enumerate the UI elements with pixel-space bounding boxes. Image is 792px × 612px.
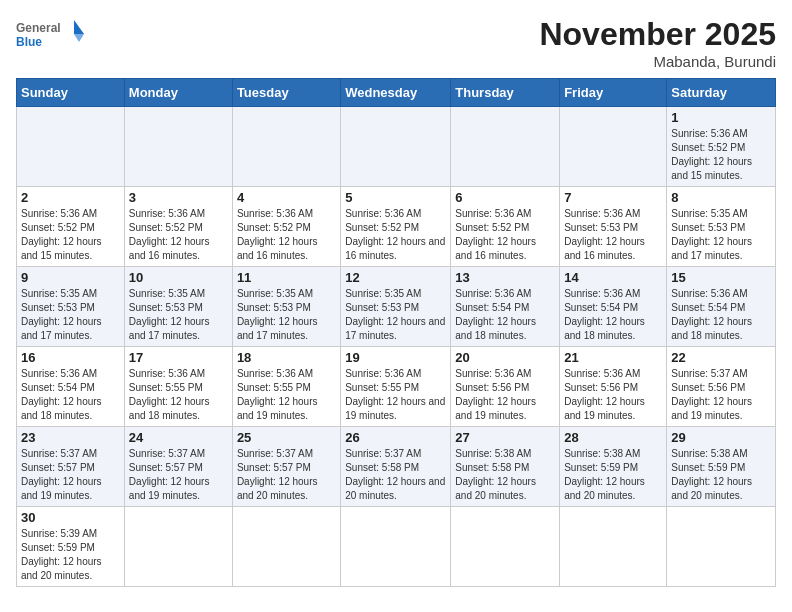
calendar-cell [124,107,232,187]
day-info: Sunrise: 5:36 AMSunset: 5:52 PMDaylight:… [455,207,555,263]
day-info: Sunrise: 5:36 AMSunset: 5:52 PMDaylight:… [671,127,771,183]
day-number: 19 [345,350,446,365]
day-number: 24 [129,430,228,445]
calendar-cell [451,507,560,587]
weekday-header-friday: Friday [560,79,667,107]
day-info: Sunrise: 5:37 AMSunset: 5:56 PMDaylight:… [671,367,771,423]
calendar-week-2: 2Sunrise: 5:36 AMSunset: 5:52 PMDaylight… [17,187,776,267]
day-number: 26 [345,430,446,445]
day-info: Sunrise: 5:36 AMSunset: 5:55 PMDaylight:… [345,367,446,423]
weekday-header-tuesday: Tuesday [232,79,340,107]
logo: General Blue [16,16,86,56]
calendar-week-4: 16Sunrise: 5:36 AMSunset: 5:54 PMDayligh… [17,347,776,427]
day-info: Sunrise: 5:36 AMSunset: 5:54 PMDaylight:… [564,287,662,343]
day-number: 8 [671,190,771,205]
calendar-cell: 29Sunrise: 5:38 AMSunset: 5:59 PMDayligh… [667,427,776,507]
calendar-cell [560,107,667,187]
calendar-week-1: 1Sunrise: 5:36 AMSunset: 5:52 PMDaylight… [17,107,776,187]
calendar-cell [124,507,232,587]
calendar-cell: 6Sunrise: 5:36 AMSunset: 5:52 PMDaylight… [451,187,560,267]
day-info: Sunrise: 5:35 AMSunset: 5:53 PMDaylight:… [237,287,336,343]
calendar-cell [232,507,340,587]
weekday-header-sunday: Sunday [17,79,125,107]
calendar-cell [341,507,451,587]
day-info: Sunrise: 5:39 AMSunset: 5:59 PMDaylight:… [21,527,120,583]
day-number: 3 [129,190,228,205]
day-info: Sunrise: 5:38 AMSunset: 5:58 PMDaylight:… [455,447,555,503]
day-info: Sunrise: 5:36 AMSunset: 5:54 PMDaylight:… [21,367,120,423]
calendar-cell: 27Sunrise: 5:38 AMSunset: 5:58 PMDayligh… [451,427,560,507]
day-number: 14 [564,270,662,285]
calendar-cell: 22Sunrise: 5:37 AMSunset: 5:56 PMDayligh… [667,347,776,427]
day-info: Sunrise: 5:36 AMSunset: 5:56 PMDaylight:… [564,367,662,423]
calendar-cell: 12Sunrise: 5:35 AMSunset: 5:53 PMDayligh… [341,267,451,347]
day-number: 13 [455,270,555,285]
day-number: 11 [237,270,336,285]
calendar-cell: 30Sunrise: 5:39 AMSunset: 5:59 PMDayligh… [17,507,125,587]
day-number: 9 [21,270,120,285]
calendar-cell [560,507,667,587]
day-info: Sunrise: 5:35 AMSunset: 5:53 PMDaylight:… [345,287,446,343]
day-number: 5 [345,190,446,205]
calendar-cell: 26Sunrise: 5:37 AMSunset: 5:58 PMDayligh… [341,427,451,507]
day-info: Sunrise: 5:37 AMSunset: 5:57 PMDaylight:… [21,447,120,503]
weekday-header-saturday: Saturday [667,79,776,107]
day-info: Sunrise: 5:37 AMSunset: 5:57 PMDaylight:… [237,447,336,503]
day-info: Sunrise: 5:36 AMSunset: 5:54 PMDaylight:… [671,287,771,343]
day-number: 27 [455,430,555,445]
day-number: 4 [237,190,336,205]
day-info: Sunrise: 5:36 AMSunset: 5:55 PMDaylight:… [237,367,336,423]
day-info: Sunrise: 5:35 AMSunset: 5:53 PMDaylight:… [129,287,228,343]
svg-text:General: General [16,21,61,35]
day-number: 18 [237,350,336,365]
calendar-cell: 14Sunrise: 5:36 AMSunset: 5:54 PMDayligh… [560,267,667,347]
calendar-cell: 24Sunrise: 5:37 AMSunset: 5:57 PMDayligh… [124,427,232,507]
calendar-cell: 25Sunrise: 5:37 AMSunset: 5:57 PMDayligh… [232,427,340,507]
calendar-cell: 7Sunrise: 5:36 AMSunset: 5:53 PMDaylight… [560,187,667,267]
calendar-week-3: 9Sunrise: 5:35 AMSunset: 5:53 PMDaylight… [17,267,776,347]
calendar-cell: 20Sunrise: 5:36 AMSunset: 5:56 PMDayligh… [451,347,560,427]
day-number: 10 [129,270,228,285]
weekday-header-wednesday: Wednesday [341,79,451,107]
day-info: Sunrise: 5:36 AMSunset: 5:55 PMDaylight:… [129,367,228,423]
day-info: Sunrise: 5:37 AMSunset: 5:57 PMDaylight:… [129,447,228,503]
day-number: 22 [671,350,771,365]
day-info: Sunrise: 5:38 AMSunset: 5:59 PMDaylight:… [671,447,771,503]
calendar-cell: 28Sunrise: 5:38 AMSunset: 5:59 PMDayligh… [560,427,667,507]
weekday-header-row: SundayMondayTuesdayWednesdayThursdayFrid… [17,79,776,107]
calendar-cell: 2Sunrise: 5:36 AMSunset: 5:52 PMDaylight… [17,187,125,267]
calendar-cell [341,107,451,187]
title-block: November 2025 Mabanda, Burundi [539,16,776,70]
calendar-cell: 4Sunrise: 5:36 AMSunset: 5:52 PMDaylight… [232,187,340,267]
calendar-cell: 21Sunrise: 5:36 AMSunset: 5:56 PMDayligh… [560,347,667,427]
month-title: November 2025 [539,16,776,53]
logo-svg: General Blue [16,16,86,56]
calendar-week-5: 23Sunrise: 5:37 AMSunset: 5:57 PMDayligh… [17,427,776,507]
calendar-cell: 15Sunrise: 5:36 AMSunset: 5:54 PMDayligh… [667,267,776,347]
calendar-cell: 9Sunrise: 5:35 AMSunset: 5:53 PMDaylight… [17,267,125,347]
day-info: Sunrise: 5:35 AMSunset: 5:53 PMDaylight:… [21,287,120,343]
calendar-table: SundayMondayTuesdayWednesdayThursdayFrid… [16,78,776,587]
day-number: 28 [564,430,662,445]
calendar-cell: 11Sunrise: 5:35 AMSunset: 5:53 PMDayligh… [232,267,340,347]
day-info: Sunrise: 5:36 AMSunset: 5:54 PMDaylight:… [455,287,555,343]
svg-marker-3 [74,34,84,42]
calendar-cell [17,107,125,187]
weekday-header-thursday: Thursday [451,79,560,107]
calendar-cell: 8Sunrise: 5:35 AMSunset: 5:53 PMDaylight… [667,187,776,267]
calendar-cell [451,107,560,187]
day-number: 1 [671,110,771,125]
day-info: Sunrise: 5:36 AMSunset: 5:52 PMDaylight:… [345,207,446,263]
day-info: Sunrise: 5:36 AMSunset: 5:52 PMDaylight:… [21,207,120,263]
calendar-cell: 10Sunrise: 5:35 AMSunset: 5:53 PMDayligh… [124,267,232,347]
day-number: 20 [455,350,555,365]
svg-marker-2 [74,20,84,34]
calendar-cell: 23Sunrise: 5:37 AMSunset: 5:57 PMDayligh… [17,427,125,507]
calendar-cell [232,107,340,187]
calendar-week-6: 30Sunrise: 5:39 AMSunset: 5:59 PMDayligh… [17,507,776,587]
day-number: 21 [564,350,662,365]
day-number: 29 [671,430,771,445]
day-number: 15 [671,270,771,285]
calendar-cell: 18Sunrise: 5:36 AMSunset: 5:55 PMDayligh… [232,347,340,427]
calendar-cell: 13Sunrise: 5:36 AMSunset: 5:54 PMDayligh… [451,267,560,347]
